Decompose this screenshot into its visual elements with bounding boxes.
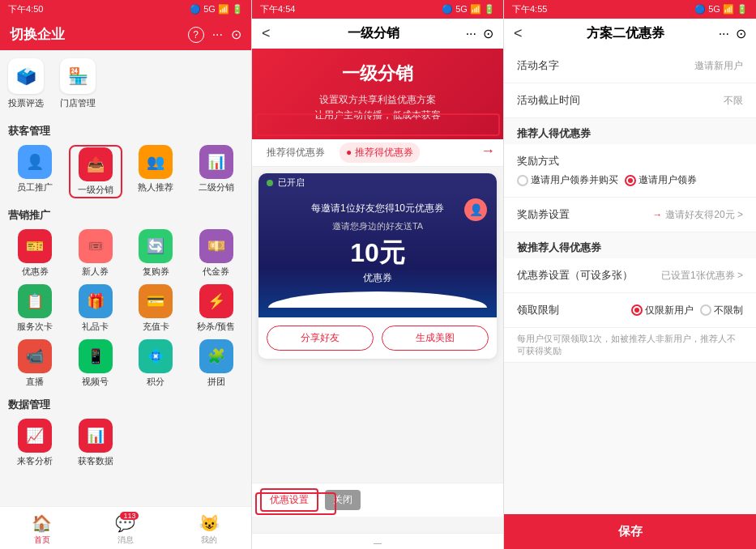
- recommend-item[interactable]: 👥 熟人推荐: [129, 145, 183, 198]
- points-item[interactable]: 💠 积分: [129, 339, 183, 388]
- newuser-item[interactable]: 🎟️ 新人券: [69, 229, 123, 278]
- reward-option-2-label: 邀请用户领券: [639, 173, 697, 187]
- reward-method-row: 奖励方式 邀请用户领券并购买 邀请用户领券: [504, 144, 756, 198]
- reward-option-1-label: 邀请用户领券并购买: [531, 173, 618, 187]
- coupon-setup-label: 优惠券设置（可设多张）: [517, 268, 633, 283]
- generate-btn[interactable]: 生成美图: [382, 326, 489, 351]
- tabs-row: 推荐得优惠券 ● 推荐得优惠券 →: [252, 139, 503, 167]
- settings-content: 活动名字 邀请新用户 活动截止时间 不限 推荐人得优惠券 奖励方式 邀请用户领券…: [504, 49, 756, 514]
- nav-home[interactable]: 🏠 首页: [32, 513, 52, 546]
- time-2: 下午4:54: [260, 3, 295, 15]
- video-label: 视频号: [82, 376, 109, 388]
- close-btn[interactable]: 关闭: [325, 490, 361, 510]
- header-1: 切换企业 ? ··· ⊙: [0, 19, 251, 50]
- coupon-setup-row[interactable]: 优惠券设置（可设多张） 已设置1张优惠券 >: [504, 258, 756, 293]
- repeat-item[interactable]: 🔄 复购券: [129, 229, 183, 278]
- live-item[interactable]: 📹 直播: [8, 339, 62, 388]
- back-btn-2[interactable]: <: [262, 25, 281, 42]
- video-item[interactable]: 📱 视频号: [69, 339, 123, 388]
- reward-method-options: 邀请用户领券并购买 邀请用户领券: [517, 173, 697, 187]
- target-icon-3[interactable]: ⊙: [736, 26, 746, 41]
- repeat-label: 复购券: [143, 266, 169, 278]
- group-item[interactable]: 🧩 拼团: [190, 339, 244, 388]
- p2-nav-placeholder: —: [374, 538, 382, 547]
- banner-subtitle2: 让用户主动传播，低成本获客: [268, 108, 487, 123]
- status-icons-1: 🔵 5G 📶 🔋: [190, 4, 243, 15]
- staff-item[interactable]: 👤 员工推广: [8, 145, 62, 198]
- banner-subtitle1: 设置双方共享利益优惠方案: [268, 92, 487, 108]
- staff-icon: 👤: [18, 145, 52, 179]
- section-data-title: 数据管理: [0, 391, 251, 415]
- dots-icon-3[interactable]: ···: [719, 27, 729, 41]
- question-icon[interactable]: ?: [188, 27, 204, 43]
- reward-setup-row[interactable]: 奖励券设置 → 邀请好友得20元 >: [504, 198, 756, 232]
- card-body: 👤 每邀请1位好友您得10元优惠券 邀请您身边的好友送TA 10元 优惠券: [258, 192, 497, 317]
- level2-label: 二级分销: [199, 181, 234, 194]
- video-icon: 📱: [79, 339, 113, 373]
- coupon-icon: 🎫: [18, 229, 52, 263]
- amount-unit: 优惠券: [268, 271, 487, 285]
- arrow-to-panel3: →: [481, 143, 495, 163]
- acquire-item[interactable]: 📊 获客数据: [69, 419, 123, 467]
- reward-setup-right: → 邀请好友得20元 >: [652, 208, 743, 222]
- save-button[interactable]: 保存: [504, 514, 756, 549]
- tab-1[interactable]: 推荐得优惠券: [260, 143, 331, 163]
- header-2: < 一级分销 ··· ⊙: [252, 19, 503, 49]
- recommend-label: 熟人推荐: [138, 181, 173, 194]
- reward-option-1[interactable]: 邀请用户领券并购买: [517, 173, 618, 187]
- activity-name-row: 活动名字 邀请新用户: [504, 49, 756, 83]
- service-label: 服务次卡: [17, 321, 53, 333]
- flash-icon: ⚡: [199, 284, 233, 318]
- nav-message[interactable]: 💬 消息 113: [115, 513, 135, 546]
- hint-text: 每用户仅可限领取1次，如被推荐人非新用户，推荐人不可获得奖励: [504, 328, 756, 363]
- dots-icon-2[interactable]: ···: [466, 27, 476, 41]
- panel-home: 下午4:50 🔵 5G 📶 🔋 切换企业 ? ··· ⊙ 🗳️ 投票评选 🏪 门…: [0, 0, 252, 549]
- card-body-title: 每邀请1位好友您得10元优惠券: [268, 202, 487, 215]
- amount: 10元: [268, 236, 487, 271]
- status-bar-3: 下午4:55 🔵 5G 📶 🔋: [504, 0, 756, 19]
- visitor-item[interactable]: 📈 来客分析: [8, 419, 62, 467]
- target-icon-1[interactable]: ⊙: [231, 27, 241, 42]
- top-icons-section: 🗳️ 投票评选 🏪 门店管理: [0, 50, 251, 117]
- flash-item[interactable]: ⚡ 秒杀/预售: [190, 284, 244, 333]
- receive-limit-options: 仅限新用户 不限制: [631, 304, 743, 317]
- card-buttons: 分享好友 生成美图: [258, 317, 497, 359]
- reward-setup-label: 奖励券设置: [517, 207, 570, 222]
- service-item[interactable]: 📋 服务次卡: [8, 284, 62, 333]
- target-icon-2[interactable]: ⊙: [483, 26, 493, 41]
- tab-2[interactable]: ● 推荐得优惠券: [340, 143, 420, 163]
- gift-item[interactable]: 🎁 礼品卡: [69, 284, 123, 333]
- limit-option-1[interactable]: 仅限新用户: [631, 304, 694, 317]
- dots-icon-1[interactable]: ···: [212, 28, 223, 42]
- status-dot: [267, 180, 273, 186]
- level1-item[interactable]: 📤 一级分销: [69, 145, 123, 198]
- profile-icon: 😺: [199, 513, 220, 533]
- newuser-label: 新人券: [82, 266, 109, 278]
- acquire-grid: 👤 员工推广 📤 一级分销 👥 熟人推荐 📊 二级分销: [0, 142, 251, 202]
- recommended-section-header: 被推荐人得优惠券: [504, 232, 756, 258]
- coupon-setting-btn[interactable]: 优惠设置: [260, 488, 318, 512]
- share-btn[interactable]: 分享好友: [267, 326, 374, 351]
- reward-option-2[interactable]: 邀请用户领券: [625, 173, 697, 187]
- activity-name-value: 邀请新用户: [694, 59, 743, 73]
- level2-item[interactable]: 📊 二级分销: [190, 145, 244, 198]
- status-bar-2: 下午4:54 🔵 5G 📶 🔋: [252, 0, 503, 19]
- live-label: 直播: [26, 376, 44, 388]
- limit-option-2[interactable]: 不限制: [700, 304, 743, 317]
- charge-item[interactable]: 💳 充值卡: [129, 284, 183, 333]
- group-label: 拼团: [207, 376, 225, 388]
- preview-card: 已开启 👤 每邀请1位好友您得10元优惠券 邀请您身边的好友送TA 10元 优惠…: [258, 173, 497, 359]
- store-icon: 🏪: [60, 58, 96, 94]
- radio-circle-2: [625, 175, 636, 186]
- back-btn-3[interactable]: <: [514, 25, 533, 42]
- avatar: 👤: [464, 198, 487, 221]
- coupon-item[interactable]: 🎫 优惠券: [8, 229, 62, 278]
- vote-item[interactable]: 🗳️ 投票评选: [8, 58, 44, 109]
- nav-profile[interactable]: 😺 我的: [199, 513, 220, 546]
- store-item[interactable]: 🏪 门店管理: [60, 58, 96, 109]
- voucher-item[interactable]: 💴 代金券: [190, 229, 244, 278]
- header-icons-3: ··· ⊙: [719, 26, 746, 41]
- section-marketing-title: 营销推广: [0, 202, 251, 226]
- nav-message-label: 消息: [117, 534, 134, 546]
- staff-label: 员工推广: [17, 181, 53, 194]
